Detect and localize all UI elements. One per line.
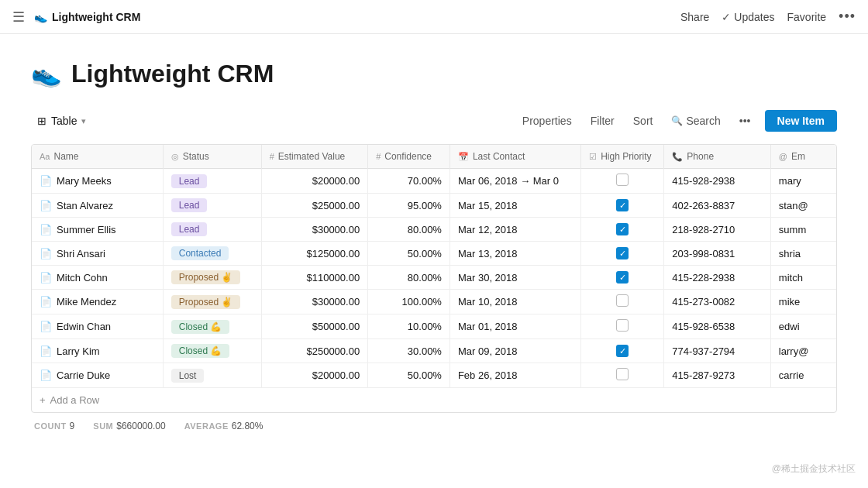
cell-email: mike (770, 290, 836, 314)
table-row[interactable]: 📄 Summer Ellis Lead $30000.00 80.00% Mar… (32, 218, 836, 242)
priority-col-icon: ☑ (589, 152, 597, 162)
sum-label: SUM (93, 421, 113, 431)
search-button[interactable]: 🔍 Search (666, 112, 725, 130)
page-header: 👟 Lightweight CRM (31, 59, 837, 88)
cell-value: $125000.00 (261, 242, 368, 266)
filter-button[interactable]: Filter (586, 112, 619, 130)
table-row[interactable]: 📄 Stan Alvarez Lead $25000.00 95.00% Mar… (32, 194, 836, 218)
status-badge: Lead (171, 174, 208, 188)
cell-phone: 218-928-2710 (664, 218, 771, 242)
name-text: Mike Mendez (57, 296, 116, 308)
cell-status: Lost (163, 363, 261, 388)
status-badge: Lead (171, 222, 208, 236)
name-text: Larry Kim (57, 345, 100, 357)
cell-contact: Feb 26, 2018 (450, 363, 580, 388)
email-col-icon: @ (779, 152, 787, 161)
status-badge: Proposed ✌️ (171, 270, 241, 284)
cell-name: 📄 Summer Ellis (32, 218, 163, 242)
col-header-priority[interactable]: ☑ High Priority (581, 145, 664, 169)
col-header-confidence[interactable]: # Confidence (368, 145, 450, 169)
table-view-button[interactable]: ⊞ Table ▾ (31, 112, 92, 130)
doc-icon: 📄 (40, 175, 52, 187)
count-value: 9 (70, 421, 75, 431)
priority-checkbox[interactable] (616, 319, 629, 332)
col-header-phone[interactable]: 📞 Phone (664, 145, 771, 169)
cell-value: $250000.00 (261, 339, 368, 363)
doc-icon: 📄 (40, 345, 52, 357)
properties-button[interactable]: Properties (518, 112, 577, 130)
sort-button[interactable]: Sort (629, 112, 658, 130)
cell-value: $30000.00 (261, 290, 368, 314)
cell-name: 📄 Edwin Chan (32, 314, 163, 339)
col-header-email[interactable]: @ Em (770, 145, 836, 169)
priority-checkbox[interactable] (616, 294, 629, 307)
status-badge: Lost (171, 369, 205, 383)
priority-checkbox[interactable]: ✓ (616, 271, 629, 284)
cell-confidence: 50.00% (368, 363, 450, 388)
cell-priority: ✓ (581, 242, 664, 266)
confidence-col-label: Confidence (384, 151, 432, 162)
cell-value: $20000.00 (261, 363, 368, 388)
footer-count: COUNT 9 (34, 421, 74, 431)
add-row-button[interactable]: + Add a Row (32, 387, 836, 412)
cell-status: Closed 💪 (163, 339, 261, 363)
status-badge: Closed 💪 (171, 320, 230, 334)
cell-confidence: 80.00% (368, 266, 450, 290)
cell-phone: 402-263-8837 (664, 194, 771, 218)
topnav: ☰ 👟 Lightweight CRM Share ✓ Updates Favo… (0, 0, 868, 34)
name-text: Mary Meeks (57, 175, 112, 187)
cell-priority: ✓ (581, 339, 664, 363)
search-label: Search (686, 115, 720, 127)
new-item-button[interactable]: New Item (765, 110, 837, 132)
status-col-icon: ◎ (171, 152, 179, 162)
more-options-button[interactable]: ••• (839, 9, 856, 25)
share-button[interactable]: Share (680, 11, 709, 23)
priority-checkbox[interactable]: ✓ (616, 345, 629, 357)
priority-checkbox[interactable] (616, 174, 629, 186)
table-row[interactable]: 📄 Edwin Chan Closed 💪 $50000.00 10.00% M… (32, 314, 836, 339)
cell-email: mary (770, 169, 836, 194)
cell-email: mitch (770, 266, 836, 290)
name-col-icon: Aa (40, 152, 50, 161)
contact-col-label: Last Contact (473, 151, 525, 162)
chevron-down-icon: ▾ (81, 116, 86, 126)
avg-value: 62.80% (232, 421, 264, 431)
cell-phone: 415-228-2938 (664, 266, 771, 290)
cell-name: 📄 Mike Mendez (32, 290, 163, 314)
priority-checkbox[interactable]: ✓ (616, 223, 629, 235)
cell-status: Proposed ✌️ (163, 290, 261, 314)
cell-value: $110000.00 (261, 266, 368, 290)
col-header-name[interactable]: Aa Name (32, 145, 163, 169)
priority-checkbox[interactable] (616, 368, 629, 380)
cell-phone: 203-998-0831 (664, 242, 771, 266)
updates-button[interactable]: ✓ Updates (722, 11, 774, 23)
confidence-col-icon: # (376, 152, 381, 161)
col-header-status[interactable]: ◎ Status (163, 145, 261, 169)
add-icon: + (40, 394, 46, 406)
page-emoji: 👟 (31, 59, 62, 88)
table-row[interactable]: 📄 Larry Kim Closed 💪 $250000.00 30.00% M… (32, 339, 836, 363)
more-toolbar-button[interactable]: ••• (735, 112, 756, 130)
name-text: Shri Ansari (57, 248, 105, 259)
hamburger-icon[interactable]: ☰ (12, 9, 25, 26)
cell-confidence: 10.00% (368, 314, 450, 339)
table-row[interactable]: 📄 Carrie Duke Lost $20000.00 50.00% Feb … (32, 363, 836, 388)
favorite-button[interactable]: Favorite (787, 11, 827, 23)
col-header-value[interactable]: # Estimated Value (261, 145, 368, 169)
cell-value: $50000.00 (261, 314, 368, 339)
cell-contact: Mar 09, 2018 (450, 339, 580, 363)
toolbar-left: ⊞ Table ▾ (31, 112, 92, 130)
cell-phone: 774-937-2794 (664, 339, 771, 363)
doc-icon: 📄 (40, 248, 52, 259)
cell-contact: Mar 13, 2018 (450, 242, 580, 266)
table-row[interactable]: 📄 Mike Mendez Proposed ✌️ $30000.00 100.… (32, 290, 836, 314)
status-badge: Proposed ✌️ (171, 295, 241, 309)
table-row[interactable]: 📄 Shri Ansari Contacted $125000.00 50.00… (32, 242, 836, 266)
priority-checkbox[interactable]: ✓ (616, 247, 629, 259)
check-icon: ✓ (722, 11, 731, 23)
table-row[interactable]: 📄 Mary Meeks Lead $20000.00 70.00% Mar 0… (32, 169, 836, 194)
col-header-contact[interactable]: 📅 Last Contact (450, 145, 580, 169)
table-row[interactable]: 📄 Mitch Cohn Proposed ✌️ $110000.00 80.0… (32, 266, 836, 290)
footer-sum: SUM $660000.00 (93, 421, 165, 431)
priority-checkbox[interactable]: ✓ (616, 199, 629, 211)
